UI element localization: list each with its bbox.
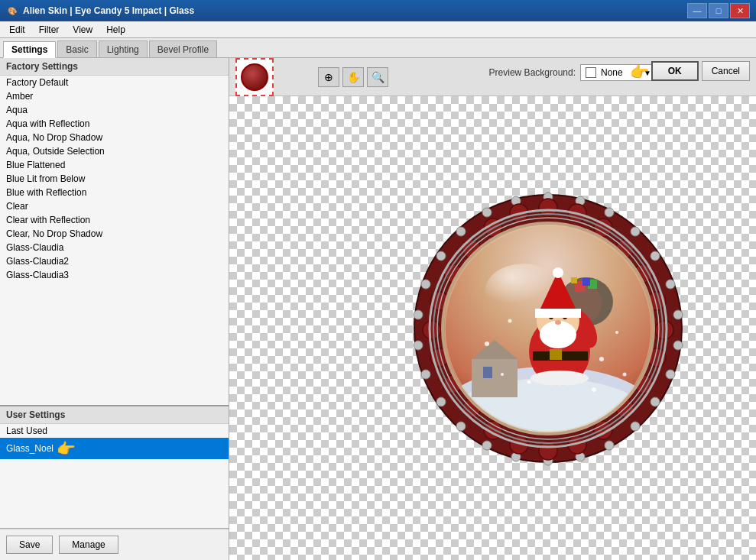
menu-filter[interactable]: Filter <box>33 23 66 37</box>
svg-point-39 <box>539 442 557 460</box>
window-title: Alien Skin | Eye Candy 5 Impact | Glass <box>23 5 194 16</box>
svg-point-4 <box>631 227 640 236</box>
svg-point-21 <box>414 310 423 319</box>
list-item-glass-claudia2[interactable]: Glass-Claudia2 <box>0 254 229 268</box>
thumbnail-preview <box>241 63 268 91</box>
list-item-aqua-no-shadow[interactable]: Aqua, No Drop Shadow <box>0 131 229 144</box>
right-toolbar: claudia ⊕ ✋ 🔍 Preview Background: None ▼… <box>229 58 756 96</box>
svg-point-25 <box>482 208 492 217</box>
list-item-aqua-outside[interactable]: Aqua, Outside Selection <box>0 144 229 158</box>
svg-point-8 <box>673 341 683 350</box>
ok-button[interactable]: OK <box>651 61 699 81</box>
zoom-tool-button[interactable]: 🔍 <box>367 67 388 87</box>
factory-settings-list[interactable]: Factory Default Amber Aqua Aqua with Ref… <box>0 76 229 405</box>
maximize-button[interactable]: □ <box>709 3 728 18</box>
hand-tool-button[interactable]: ✋ <box>342 67 364 87</box>
main-container: Factory Settings Factory Default Amber A… <box>0 58 756 560</box>
save-button[interactable]: Save <box>6 536 53 554</box>
ok-hand-cursor-icon: 👉 <box>630 63 649 81</box>
color-swatch <box>586 67 596 78</box>
factory-settings-header: Factory Settings <box>0 58 229 76</box>
svg-rect-70 <box>550 349 562 360</box>
ok-cancel-buttons: 👉 OK Cancel <box>651 61 750 81</box>
manage-button[interactable]: Manage <box>59 536 118 554</box>
tab-basic[interactable]: Basic <box>57 40 96 57</box>
svg-point-10 <box>651 397 660 406</box>
list-item-clear-no-shadow[interactable]: Clear, No Drop Shadow <box>0 227 229 241</box>
move-tool-button[interactable]: ⊕ <box>318 67 339 87</box>
menu-view[interactable]: View <box>67 23 99 37</box>
list-item-amber[interactable]: Amber <box>0 89 229 103</box>
list-item-blue-lit[interactable]: Blue Lit from Below <box>0 172 229 186</box>
menu-bar: Edit Filter View Help <box>0 21 756 38</box>
svg-point-33 <box>655 321 673 339</box>
list-item-glass-claudia3[interactable]: Glass-Claudia3 <box>0 268 229 282</box>
user-settings-section: User Settings Last Used Glass_Noel 👉 <box>0 406 229 529</box>
list-item-blue-reflection[interactable]: Blue with Reflection <box>0 186 229 199</box>
cancel-button[interactable]: Cancel <box>702 61 750 81</box>
right-panel: claudia ⊕ ✋ 🔍 Preview Background: None ▼… <box>229 58 756 560</box>
list-item-clear-reflection[interactable]: Clear with Reflection <box>0 213 229 227</box>
svg-point-12 <box>605 441 614 450</box>
preview-background-value: None <box>601 67 623 78</box>
svg-point-68 <box>530 371 589 386</box>
svg-rect-66 <box>571 277 577 283</box>
left-panel: Factory Settings Factory Default Amber A… <box>0 58 229 560</box>
svg-point-23 <box>436 251 446 261</box>
svg-point-88 <box>622 372 626 376</box>
svg-point-81 <box>485 342 489 346</box>
svg-rect-60 <box>483 367 492 378</box>
santa-globe <box>410 191 686 466</box>
tab-bar: Settings Basic Lighting Bevel Profile <box>0 38 756 58</box>
list-item-factory-default[interactable]: Factory Default <box>0 76 229 89</box>
svg-point-9 <box>666 370 675 379</box>
svg-point-7 <box>673 310 683 319</box>
tab-lighting[interactable]: Lighting <box>99 40 148 57</box>
bottom-buttons: Save Manage <box>0 529 229 560</box>
factory-settings-section: Factory Settings Factory Default Amber A… <box>0 58 229 406</box>
svg-point-89 <box>485 264 562 317</box>
menu-edit[interactable]: Edit <box>3 23 31 37</box>
svg-point-86 <box>592 387 596 392</box>
svg-point-3 <box>605 208 614 217</box>
svg-point-87 <box>501 373 504 376</box>
svg-point-83 <box>599 357 604 361</box>
svg-point-11 <box>631 422 640 431</box>
tool-icons: ⊕ ✋ 🔍 <box>318 67 388 87</box>
preview-area <box>229 96 756 560</box>
svg-point-82 <box>508 319 511 322</box>
svg-point-77 <box>555 320 561 325</box>
list-item-aqua[interactable]: Aqua <box>0 103 229 117</box>
user-settings-list[interactable]: Last Used Glass_Noel 👉 <box>0 424 229 528</box>
list-item-glass-noel[interactable]: Glass_Noel 👉 <box>0 438 229 459</box>
list-item-blue-flattened[interactable]: Blue Flattened <box>0 158 229 172</box>
tab-bevel-profile[interactable]: Bevel Profile <box>149 40 217 57</box>
hand-cursor-icon: 👉 <box>57 439 76 458</box>
list-item-glass-claudia[interactable]: Glass-Claudia <box>0 241 229 254</box>
list-item-aqua-reflection[interactable]: Aqua with Reflection <box>0 117 229 131</box>
list-item-last-used[interactable]: Last Used <box>0 424 229 438</box>
svg-rect-65 <box>582 278 590 286</box>
user-settings-header: User Settings <box>0 406 229 424</box>
santa-globe-svg <box>410 191 686 466</box>
svg-point-16 <box>482 441 492 450</box>
close-button[interactable]: ✕ <box>730 3 750 18</box>
svg-point-20 <box>414 341 423 350</box>
preview-background-label: Preview Background: <box>489 67 576 78</box>
svg-point-17 <box>456 422 466 431</box>
tab-settings[interactable]: Settings <box>3 41 56 58</box>
svg-point-18 <box>436 397 446 406</box>
svg-point-22 <box>421 280 430 289</box>
svg-point-85 <box>527 380 530 384</box>
svg-rect-58 <box>472 359 518 397</box>
svg-point-5 <box>651 251 660 261</box>
svg-point-6 <box>666 280 675 289</box>
app-icon: 🎨 <box>6 5 18 17</box>
svg-point-84 <box>615 331 618 334</box>
list-item-clear[interactable]: Clear <box>0 199 229 213</box>
menu-help[interactable]: Help <box>100 23 131 37</box>
svg-point-24 <box>456 227 466 236</box>
svg-point-45 <box>423 321 441 339</box>
minimize-button[interactable]: — <box>687 3 707 18</box>
title-bar: 🎨 Alien Skin | Eye Candy 5 Impact | Glas… <box>0 0 756 21</box>
